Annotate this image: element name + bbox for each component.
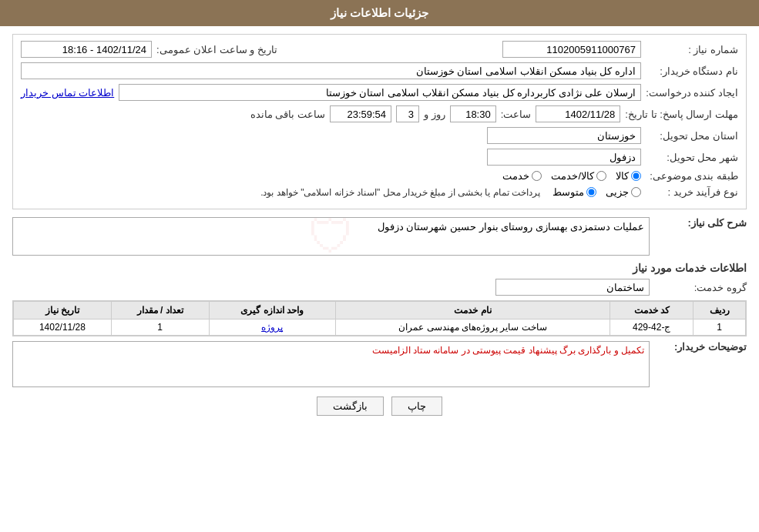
- table-header-row: ردیف کد خدمت نام خدمت واحد اندازه گیری ت…: [14, 302, 746, 320]
- row-now: نوع فرآیند خرید : جزیی متوسط پرداخت تمام…: [21, 186, 738, 198]
- col-unit: واحد اندازه گیری: [209, 302, 335, 320]
- radio-jozii: جزیی: [606, 186, 641, 198]
- remaining-value: 23:59:54: [330, 105, 391, 122]
- cell-count: 1: [111, 320, 209, 336]
- nam-dastgah-value: اداره کل بنیاد مسکن انقلاب اسلامی استان …: [21, 62, 641, 79]
- row-tabaqe: طبقه بندی موضوعی: کالا کالا/خدمت خدمت: [21, 170, 738, 182]
- tarikh-label: تاریخ و ساعت اعلان عمومی:: [156, 44, 277, 55]
- cell-date: 1402/11/28: [14, 320, 112, 336]
- day-label: روز و: [424, 109, 445, 120]
- row-sharh: شرح کلی نیاز: عملیات دستمزدی بهسازی روست…: [12, 217, 747, 256]
- mohlat-date: 1402/11/28: [536, 105, 620, 122]
- radio-kala-khedmat-input[interactable]: [596, 171, 606, 181]
- print-button[interactable]: چاپ: [391, 396, 442, 416]
- table-row: 1 ج-42-429 ساخت سایر پروژه‌های مهندسی عم…: [14, 320, 746, 336]
- cell-code: ج-42-429: [610, 320, 694, 336]
- ostan-value: خوزستان: [487, 127, 641, 144]
- description-container: تکمیل و بارگذاری برگ پیشنهاد قیمت پیوستی…: [12, 341, 650, 387]
- grohe-value: ساختمان: [495, 279, 650, 296]
- now-radio-group: جزیی متوسط: [552, 186, 641, 198]
- radio-motavasset-input[interactable]: [586, 187, 596, 197]
- shomara-niaz-value: 1102005911000767: [502, 41, 641, 58]
- radio-jozii-input[interactable]: [631, 187, 641, 197]
- services-table: ردیف کد خدمت نام خدمت واحد اندازه گیری ت…: [13, 301, 746, 336]
- cell-name: ساخت سایر پروژه‌های مهندسی عمران: [335, 320, 610, 336]
- khadamat-section-title: اطلاعات خدمات مورد نیاز: [12, 262, 747, 274]
- shahr-label: شهر محل تحویل:: [646, 152, 738, 163]
- sharh-container: عملیات دستمزدی بهسازی روستای بنوار حسین …: [12, 217, 650, 256]
- page-container: جزئیات اطلاعات نیاز شماره نیاز : 1102005…: [0, 0, 759, 532]
- nam-dastgah-label: نام دستگاه خریدار:: [646, 65, 738, 77]
- radio-kala-khedmat: کالا/خدمت: [551, 170, 606, 182]
- radio-motavasset: متوسط: [552, 186, 596, 198]
- radio-kala: کالا: [616, 170, 641, 182]
- back-button[interactable]: بازگشت: [317, 396, 384, 416]
- col-radif: ردیف: [694, 302, 746, 320]
- row-ijad-konande: ایجاد کننده درخواست: ارسلان علی نژادی کا…: [21, 84, 738, 101]
- grohe-label: گروه خدمت:: [654, 282, 747, 293]
- page-title: جزئیات اطلاعات نیاز: [331, 6, 428, 19]
- day-value: 3: [396, 105, 419, 122]
- mohlat-time: 18:30: [450, 105, 496, 122]
- shomara-niaz-label: شماره نیاز :: [646, 44, 738, 55]
- ijad-konande-label: ایجاد کننده درخواست:: [646, 87, 738, 99]
- tarikh-value: 1402/11/24 - 18:16: [21, 41, 152, 58]
- row-grohe: گروه خدمت: ساختمان: [12, 279, 747, 296]
- row-ostan: استان محل تحویل: خوزستان: [21, 127, 738, 144]
- col-code: کد خدمت: [610, 302, 694, 320]
- mohlat-label: مهلت ارسال پاسخ: تا تاریخ:: [625, 109, 738, 120]
- row-shahr: شهر محل تحویل: دزفول: [21, 149, 738, 166]
- sharh-label: شرح کلی نیاز:: [654, 217, 747, 229]
- col-count: تعداد / مقدار: [111, 302, 209, 320]
- col-name: نام خدمت: [335, 302, 610, 320]
- page-header: جزئیات اطلاعات نیاز: [0, 0, 759, 26]
- row-mohlat: مهلت ارسال پاسخ: تا تاریخ: 1402/11/28 سا…: [21, 105, 738, 122]
- description-buyer-value: تکمیل و بارگذاری برگ پیشنهاد قیمت پیوستی…: [12, 341, 650, 387]
- button-bar: چاپ بازگشت: [12, 396, 747, 416]
- services-table-container: ردیف کد خدمت نام خدمت واحد اندازه گیری ت…: [12, 300, 747, 336]
- cell-radif: 1: [694, 320, 746, 336]
- main-content: شماره نیاز : 1102005911000767 تاریخ و سا…: [0, 26, 759, 433]
- ijad-konande-value: ارسلان علی نژادی کاربرداره کل بنیاد مسکن…: [119, 84, 641, 101]
- row-shomara: شماره نیاز : 1102005911000767 تاریخ و سا…: [21, 41, 738, 58]
- radio-khedmat-input[interactable]: [532, 171, 542, 181]
- tabaqe-label: طبقه بندی موضوعی:: [646, 170, 738, 182]
- top-info-section: شماره نیاز : 1102005911000767 تاریخ و سا…: [12, 34, 747, 209]
- col-date: تاریخ نیاز: [14, 302, 112, 320]
- description-buyer-label: توضیحات خریدار:: [654, 341, 747, 353]
- contact-link[interactable]: اطلاعات تماس خریدار: [21, 87, 114, 99]
- tabaqe-radio-group: کالا کالا/خدمت خدمت: [502, 170, 641, 182]
- radio-kala-input[interactable]: [631, 171, 641, 181]
- cell-unit: پروژه: [209, 320, 335, 336]
- shahr-value: دزفول: [487, 149, 641, 166]
- sharh-value: عملیات دستمزدی بهسازی روستای بنوار حسین …: [12, 217, 650, 256]
- ostan-label: استان محل تحویل:: [646, 130, 738, 142]
- radio-khedmat: خدمت: [502, 170, 542, 182]
- remaining-label: ساعت باقی مانده: [250, 109, 325, 120]
- row-description: توضیحات خریدار: تکمیل و بارگذاری برگ پیش…: [12, 341, 747, 387]
- time-label: ساعت:: [501, 109, 532, 120]
- now-description: پرداخت تمام یا بخشی از مبلغ خریدار محل "…: [260, 187, 540, 198]
- now-label: نوع فرآیند خرید :: [646, 186, 738, 198]
- row-nam-dastgah: نام دستگاه خریدار: اداره کل بنیاد مسکن ا…: [21, 62, 738, 79]
